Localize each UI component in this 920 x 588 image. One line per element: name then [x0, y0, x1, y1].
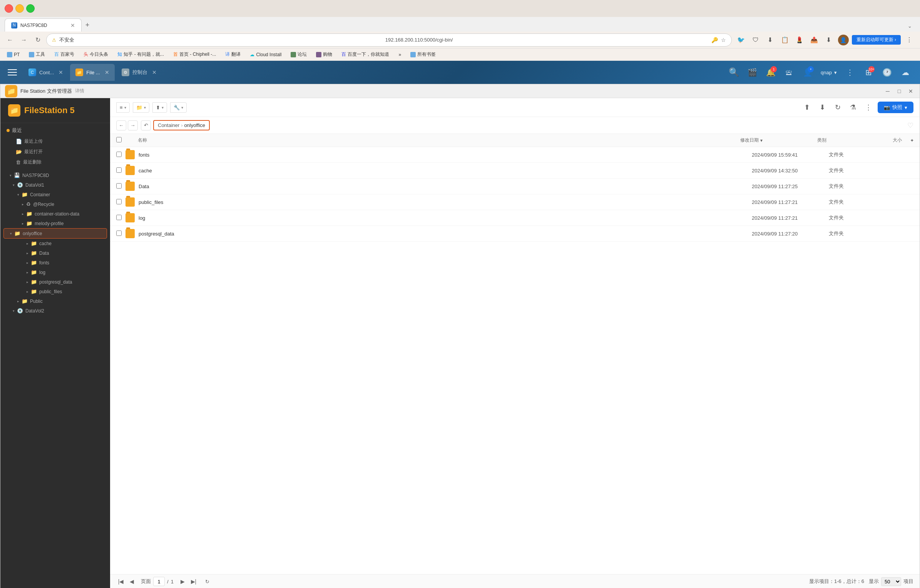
- filter-button[interactable]: ⚗: [847, 101, 859, 114]
- page-refresh-button[interactable]: ↻: [203, 577, 212, 586]
- file-row-3[interactable]: public_files 2024/09/09 11:27:21 文件夹: [110, 194, 920, 210]
- container-tab-close[interactable]: ✕: [59, 69, 63, 75]
- qnap-adduser-button[interactable]: 👤 +: [799, 64, 816, 81]
- extension-4[interactable]: 📋: [779, 34, 791, 46]
- sidebar-recently-uploaded[interactable]: 📄 最近上传: [3, 136, 110, 147]
- sidebar-onlyoffice[interactable]: ▾ 📁 onlyoffice: [3, 228, 107, 239]
- tools-dropdown[interactable]: ▾: [181, 105, 183, 110]
- qnap-hamburger-button[interactable]: [6, 65, 20, 79]
- window-minimize-button[interactable]: ─: [883, 87, 892, 95]
- sidebar-melody-profile[interactable]: ▸ 📁 melody-profile: [0, 219, 110, 228]
- file-row-5[interactable]: postgresql_data 2024/09/09 11:27:20 文件夹: [110, 226, 920, 242]
- file-row-0[interactable]: fonts 2024/09/09 15:59:41 文件夹: [110, 147, 920, 163]
- sidebar-log[interactable]: ▸ 📁 log: [0, 267, 110, 277]
- row-checkbox-2[interactable]: [116, 183, 122, 189]
- breadcrumb-forward-button[interactable]: →: [128, 120, 138, 130]
- extension-3[interactable]: ⬇: [764, 34, 776, 46]
- bookmark-toutiao[interactable]: 头 今日头条: [81, 50, 110, 58]
- sidebar-recycle[interactable]: ▸ ♻ @Recycle: [0, 199, 110, 209]
- list-view-button[interactable]: ≡ ▾: [116, 102, 130, 113]
- sidebar-nas[interactable]: ▾ 💾 NAS7F9C8D: [0, 170, 110, 180]
- more-button[interactable]: ⋮: [862, 101, 875, 114]
- sidebar-public[interactable]: ▸ 📁 Public: [0, 296, 110, 306]
- new-tab-button[interactable]: +: [82, 18, 93, 32]
- bookmark-zhihu[interactable]: 知 知乎 - 有问题，就...: [115, 50, 166, 58]
- last-page-button[interactable]: ▶|: [189, 577, 198, 586]
- breadcrumb-back-button[interactable]: ←: [116, 120, 126, 130]
- row-checkbox-1[interactable]: [116, 167, 122, 173]
- qnap-user-menu[interactable]: qnap ▾: [818, 68, 840, 77]
- update-button[interactable]: 重新启动即可更新 ›: [852, 35, 901, 45]
- favorite-button[interactable]: ♡: [907, 121, 913, 130]
- address-bar[interactable]: ⚠ 不安全 192.168.200.110:5000/cgi-bin/ 🔑 ☆: [46, 33, 732, 47]
- bookmark-baijiahao[interactable]: 百 百家号: [52, 50, 77, 58]
- bookmark-cloudinstall[interactable]: ☁ Cloud Install: [248, 51, 284, 58]
- window-maximize-button[interactable]: □: [895, 87, 903, 95]
- sidebar-recently-opened[interactable]: 📂 最近打开: [3, 147, 110, 157]
- qnap-cloud-button[interactable]: ☁: [897, 64, 914, 81]
- extract-button[interactable]: ⬆ ▾: [152, 102, 167, 113]
- file-row-1[interactable]: cache 2024/09/09 14:32:50 文件夹: [110, 163, 920, 179]
- profile-button[interactable]: 👤: [837, 34, 850, 46]
- list-view-dropdown[interactable]: ▾: [124, 105, 126, 110]
- qnap-apps-button[interactable]: ⊞ 10+: [860, 64, 877, 81]
- row-checkbox-3[interactable]: [116, 199, 122, 204]
- bookmark-all[interactable]: 所有书签: [408, 50, 438, 58]
- browser-menu[interactable]: ⋮: [903, 34, 915, 46]
- snapshot-dropdown-icon[interactable]: ▾: [905, 105, 907, 110]
- column-add[interactable]: +: [902, 137, 913, 143]
- extension-6[interactable]: 📤: [808, 34, 820, 46]
- qnap-tab-container[interactable]: C Cont... ✕: [23, 64, 69, 81]
- browser-tab-active[interactable]: N NAS7F9C8D ✕: [5, 18, 82, 32]
- bookmark-tools[interactable]: 工具: [27, 50, 47, 58]
- tools-button[interactable]: 🔧 ▾: [170, 102, 187, 113]
- select-all-checkbox[interactable]: [116, 137, 122, 142]
- upload-dropdown[interactable]: ▾: [144, 105, 146, 110]
- download-files-button[interactable]: ⬇: [816, 101, 828, 114]
- prev-page-button[interactable]: ◀: [127, 577, 136, 586]
- bookmark-pt[interactable]: PT: [5, 51, 22, 58]
- bookmark-shop[interactable]: 购物: [314, 50, 335, 58]
- back-button[interactable]: ←: [5, 35, 15, 45]
- qnap-tab-controlpanel[interactable]: ⚙ 控制台 ✕: [116, 64, 162, 81]
- row-checkbox-0[interactable]: [116, 152, 122, 157]
- qnap-notification-button[interactable]: 🔔 1: [762, 64, 779, 81]
- page-number-input[interactable]: [153, 577, 165, 586]
- filestation-tab-close[interactable]: ✕: [105, 69, 109, 75]
- password-icon[interactable]: 🔑: [711, 37, 718, 43]
- sidebar-datavol2[interactable]: ▾ 💿 DataVol2: [0, 306, 110, 316]
- bookmark-icon[interactable]: ☆: [721, 37, 726, 43]
- sidebar-container-station[interactable]: ▸ 📁 container-station-data: [0, 209, 110, 219]
- qnap-tab-filestation[interactable]: 📁 File ... ✕: [70, 64, 114, 81]
- bookmark-baidu[interactable]: 百 百度一下，你就知道: [339, 50, 391, 58]
- next-page-button[interactable]: ▶: [178, 577, 187, 586]
- forward-button[interactable]: →: [18, 35, 29, 45]
- qnap-settings-button[interactable]: ⋮: [841, 64, 858, 81]
- sidebar-recently-deleted[interactable]: 🗑 最近删除: [3, 157, 110, 167]
- sidebar-cache[interactable]: ▸ 📁 cache: [0, 239, 110, 248]
- row-checkbox-5[interactable]: [116, 231, 122, 236]
- display-count-select[interactable]: 50 100 200: [881, 577, 901, 586]
- sidebar-datavol1[interactable]: ▾ 💿 DataVol1: [0, 180, 110, 190]
- sidebar-public-files[interactable]: ▸ 📁 public_files: [0, 287, 110, 296]
- extension-1[interactable]: 🐦: [735, 34, 747, 46]
- reload-button[interactable]: ↻: [32, 35, 43, 45]
- minimize-button[interactable]: [15, 4, 24, 13]
- close-button[interactable]: [5, 4, 13, 13]
- file-row-2[interactable]: Data 2024/09/09 11:27:25 文件夹: [110, 179, 920, 194]
- extension-5[interactable]: 💄: [793, 34, 806, 46]
- snapshot-button[interactable]: 📷 快照 ▾: [878, 102, 913, 113]
- extract-dropdown[interactable]: ▾: [162, 105, 164, 110]
- bookmark-chiphell[interactable]: 首 首页 - Chiphell -...: [171, 50, 218, 58]
- bookmark-forum[interactable]: 论坛: [288, 50, 309, 58]
- tab-expand-button[interactable]: ⌄: [904, 20, 915, 32]
- column-date[interactable]: 修改日期 ▾: [740, 137, 817, 144]
- breadcrumb-refresh-button[interactable]: ↶: [141, 120, 151, 130]
- download-button[interactable]: ⬇: [823, 34, 835, 46]
- sidebar-fonts[interactable]: ▸ 📁 fonts: [0, 258, 110, 267]
- breadcrumb-container[interactable]: Container: [158, 122, 179, 128]
- tab-close-1[interactable]: ✕: [70, 22, 75, 28]
- qnap-time-button[interactable]: 🕐: [878, 64, 895, 81]
- controlpanel-tab-close[interactable]: ✕: [152, 69, 157, 75]
- upload-files-button[interactable]: ⬆: [801, 101, 813, 114]
